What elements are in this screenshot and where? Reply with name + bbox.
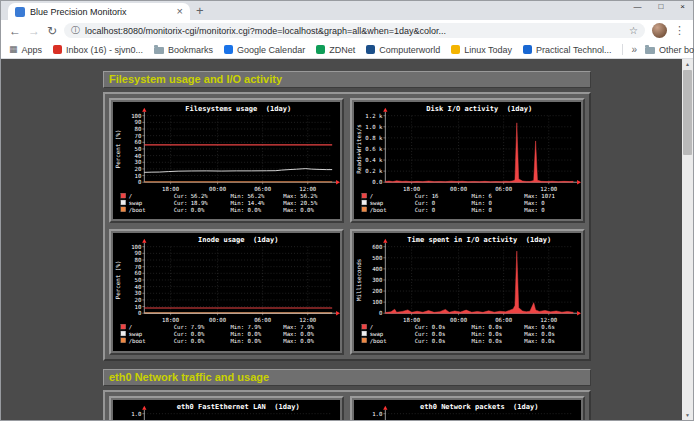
tab-title: Blue Precision Monitorix [30,7,172,17]
tab-monitorix[interactable]: Blue Precision Monitorix × [8,3,190,20]
scrollbar-thumb[interactable] [683,70,692,155]
svg-text:100: 100 [131,113,142,119]
svg-text:Max: 1071: Max: 1071 [524,193,555,199]
bookmark-zdnet[interactable]: ZDNet [316,45,355,55]
browser-menu-icon[interactable]: ⋮ [674,25,685,36]
svg-text:70: 70 [135,133,142,139]
svg-text:/boot: /boot [370,338,387,344]
svg-text:Cur: 0.0%: Cur: 0.0% [174,331,205,337]
svg-text:/: / [370,324,373,330]
svg-text:50: 50 [135,277,142,283]
profile-avatar[interactable] [652,23,667,38]
computerworld-favicon [366,45,375,54]
svg-text:06:00: 06:00 [495,186,513,192]
svg-text:Max: 7.9%: Max: 7.9% [283,324,314,330]
bookmark-bookmarks-folder[interactable]: Bookmarks [154,45,213,55]
svg-text:1.2 k: 1.2 k [365,113,383,119]
svg-text:Cur: 16: Cur: 16 [415,193,439,199]
graph-filesystems-usage[interactable]: Filesystems usage (1day)Percent (%)01020… [109,98,344,223]
svg-text:Min: 0: Min: 0 [471,200,492,206]
bookmark-practical-technology[interactable]: Practical Technol... [523,45,611,55]
url-text[interactable]: localhost:8080/monitorix-cgi/monitorix.c… [85,26,624,36]
svg-text:Max: 0.6s: Max: 0.6s [524,324,555,330]
svg-text:0: 0 [138,311,142,317]
scrollbar-down-arrow[interactable]: ▼ [685,410,690,420]
svg-text:10: 10 [135,304,142,310]
address-bar[interactable]: ⓘ localhost:8080/monitorix-cgi/monitorix… [64,23,645,38]
bookmark-label: Computerworld [379,45,440,55]
svg-text:12:00: 12:00 [299,186,317,192]
svg-text:Cur: 56.2%: Cur: 56.2% [174,193,209,199]
svg-text:00:00: 00:00 [450,317,468,323]
svg-text:60: 60 [135,139,142,145]
svg-text:12:00: 12:00 [299,317,317,323]
svg-text:Cur: 7.9%: Cur: 7.9% [174,324,205,330]
svg-text:0.8 k: 0.8 k [365,135,383,141]
svg-text:40: 40 [135,284,142,290]
svg-text:/boot: /boot [129,207,146,213]
bookmark-label: Google Calendar [237,45,305,55]
bookmark-star-icon[interactable]: ☆ [629,25,638,36]
svg-text:eth0 FastEthernet LAN (1day): eth0 FastEthernet LAN (1day) [177,402,300,411]
bookmarks-overflow-chevron[interactable]: » [631,44,637,55]
svg-text:Min: 0.0s: Min: 0.0s [471,338,502,344]
svg-text:80: 80 [135,126,142,132]
svg-text:1.0 k: 1.0 k [365,124,383,130]
page-content: Filesystem usage and I/O activity Filesy… [103,59,591,420]
bookmark-label: Linux Today [464,45,512,55]
tab-close-icon[interactable]: × [177,6,183,17]
page-scrollbar[interactable]: ▲ ▼ [682,59,693,420]
folder-icon [154,47,164,54]
graph-eth0-packets[interactable]: eth0 Network packets (1day)1.0 [350,396,585,420]
window-maximize-button[interactable]: □ [658,2,663,11]
svg-text:600: 600 [372,244,383,250]
bookmark-inbox[interactable]: Inbox (16) - sjvn0... [53,45,143,55]
section-header-network: eth0 Network traffic and usage [103,369,591,386]
other-bookmarks[interactable]: Other bookmarks [645,45,694,55]
site-info-icon[interactable]: ⓘ [71,24,80,37]
graph-eth0-traffic[interactable]: eth0 FastEthernet LAN (1day)1.0 [109,396,344,420]
svg-text:Filesystems usage (1day): Filesystems usage (1day) [185,104,291,113]
graph-disk-io-activity[interactable]: Disk I/O activity (1day)Reads+Writes/s0.… [350,98,585,223]
svg-text:100: 100 [372,300,383,306]
svg-text:Cur: 18.9%: Cur: 18.9% [174,200,209,206]
svg-text:/boot: /boot [129,338,146,344]
svg-text:90: 90 [135,251,142,257]
bookmark-label: Inbox (16) - sjvn0... [66,45,143,55]
new-tab-button[interactable]: + [196,4,204,18]
svg-text:50: 50 [135,146,142,152]
bookmark-google-calendar[interactable]: Google Calendar [224,45,305,55]
monitorix-page: Filesystem usage and I/O activity Filesy… [1,59,693,420]
graph-inode-usage[interactable]: Inode usage (1day)Percent (%)01020304050… [109,229,344,354]
svg-text:/: / [370,193,373,199]
filesystem-graphs-table: Filesystems usage (1day)Percent (%)01020… [103,92,591,361]
svg-text:0.2 k: 0.2 k [365,168,383,174]
svg-text:/: / [129,324,132,330]
scrollbar-up-arrow[interactable]: ▲ [685,59,690,69]
folder-icon [645,47,655,54]
svg-text:Min: 0.0%: Min: 0.0% [230,338,261,344]
bookmark-apps[interactable]: ▦ Apps [9,45,42,55]
svg-text:06:00: 06:00 [254,186,272,192]
window-close-button[interactable]: × [680,2,685,11]
monitorix-favicon [15,7,25,17]
forward-button[interactable]: → [28,25,40,37]
svg-text:12:00: 12:00 [540,186,558,192]
back-button[interactable]: ← [9,25,21,37]
svg-text:Cur: 0.0s: Cur: 0.0s [415,324,446,330]
network-graphs-table: eth0 FastEthernet LAN (1day)1.0 eth0 Net… [103,390,591,420]
refresh-button[interactable]: ↻ [47,25,57,37]
window-controls: — □ × [633,2,685,11]
svg-text:Min: 0: Min: 0 [471,207,492,213]
graph-time-spent-io[interactable]: Time spent in I/O activity (1day)Millise… [350,229,585,354]
svg-text:Time spent in I/O activity (1: Time spent in I/O activity (1day) [407,235,551,244]
bookmark-linux-today[interactable]: Linux Today [451,45,512,55]
svg-text:Max: 0.0s: Max: 0.0s [524,331,555,337]
svg-text:0: 0 [379,311,383,317]
window-minimize-button[interactable]: — [633,2,641,11]
bookmark-computerworld[interactable]: Computerworld [366,45,440,55]
svg-text:Cur: 0.0s: Cur: 0.0s [415,338,446,344]
svg-text:Max: 0.0s: Max: 0.0s [524,338,555,344]
other-bookmarks-label: Other bookmarks [659,45,694,55]
svg-text:0.6 k: 0.6 k [365,146,383,152]
